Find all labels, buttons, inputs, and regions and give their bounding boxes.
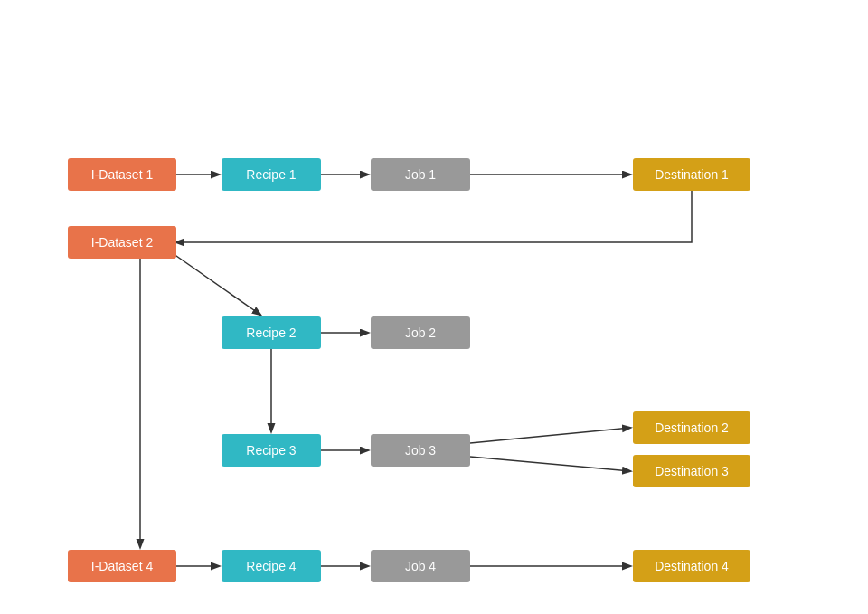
recipe4-node: Recipe 4 xyxy=(222,550,321,582)
idataset4-node: I-Dataset 4 xyxy=(68,550,176,582)
job3-node: Job 3 xyxy=(371,434,470,467)
job1-node: Job 1 xyxy=(371,158,470,191)
job4-node: Job 4 xyxy=(371,550,470,582)
recipe3-node: Recipe 3 xyxy=(222,434,321,467)
dest3-node: Destination 3 xyxy=(633,455,750,487)
idataset2-node: I-Dataset 2 xyxy=(68,226,176,259)
job2-node: Job 2 xyxy=(371,316,470,349)
svg-line-7 xyxy=(470,457,630,471)
recipe1-node: Recipe 1 xyxy=(222,158,321,191)
flow-diagram xyxy=(0,0,868,614)
svg-line-2 xyxy=(167,250,260,315)
dest2-node: Destination 2 xyxy=(633,411,750,444)
dest4-node: Destination 4 xyxy=(633,550,750,582)
svg-line-6 xyxy=(470,428,630,443)
dest1-node: Destination 1 xyxy=(633,158,750,191)
recipe2-node: Recipe 2 xyxy=(222,316,321,349)
idataset1-node: I-Dataset 1 xyxy=(68,158,176,191)
